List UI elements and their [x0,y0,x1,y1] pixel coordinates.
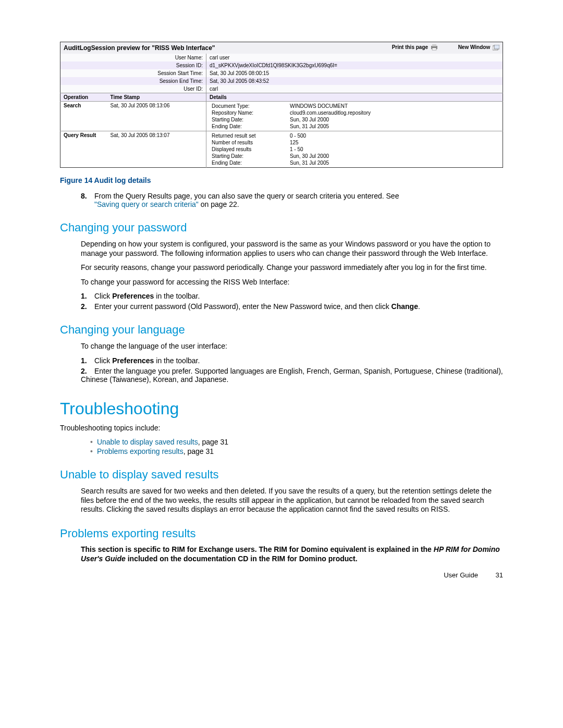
op-value: Query Result [60,131,107,168]
step-8: 8.From the Query Results page, you can a… [81,192,503,208]
svg-rect-4 [494,45,499,49]
step-1: 1.Click Preferences in the toolbar. [81,356,503,365]
meta-label: User Name: [60,54,206,61]
svg-rect-2 [432,48,436,50]
meta-label: Session ID: [60,61,206,69]
svg-rect-1 [432,44,436,46]
figure-caption: Figure 14 Audit log details [60,176,503,184]
meta-value: d1_sKPKXVjwdeXIoICDfd1QI98SKIK3G2bgxU699… [206,61,503,69]
details-sub-table: Returned result set0 - 500 Number of res… [210,132,499,166]
table-row: Query Result Sat, 30 Jul 2005 08:13:07 R… [60,131,503,168]
new-window-icon [493,45,499,51]
page-footer: User Guide 31 [444,571,503,579]
link-problems-exporting[interactable]: Problems exporting results [97,447,183,455]
body-text: To change the language of the user inter… [81,342,503,351]
heading-problems-exporting: Problems exporting results [60,527,503,540]
print-this-page-link[interactable]: Print this page [383,44,439,50]
link-unable-to-display[interactable]: Unable to display saved results [97,438,198,446]
table-row: Search Sat, 30 Jul 2005 08:13:06 Documen… [60,102,503,131]
new-window-link[interactable]: New Window [449,44,499,50]
meta-label: Session Start Time: [60,69,206,77]
meta-value: Sat, 30 Jul 2005 08:00:15 [206,69,503,77]
col-operation: Operation [60,93,107,102]
heading-unable-to-display: Unable to display saved results [60,468,503,482]
meta-label: User ID: [60,85,206,93]
op-value: Search [60,102,107,131]
ts-value: Sat, 30 Jul 2005 08:13:06 [107,102,206,131]
body-text: Troubleshooting topics include: [60,424,503,433]
meta-value: carl [206,85,503,93]
details-sub-table: Document Type:WINDOWS DOCUMENT Repositor… [210,103,499,130]
col-details: Details [206,93,503,102]
heading-changing-password: Changing your password [60,221,503,235]
meta-label: Session End Time: [60,77,206,85]
ts-value: Sat, 30 Jul 2005 08:13:07 [107,131,206,168]
footer-label: User Guide [444,571,478,579]
body-text: To change your password for accessing th… [81,278,503,287]
preview-title: AuditLogSession preview for "RISS Web In… [64,44,215,52]
heading-troubleshooting: Troubleshooting [60,399,503,418]
list-item: •Problems exporting results, page 31 [90,447,503,455]
list-item: •Unable to display saved results, page 3… [90,438,503,446]
heading-changing-language: Changing your language [60,323,503,337]
body-text: Search results are saved for two weeks a… [81,487,503,514]
body-text: For security reasons, change your passwo… [81,263,503,273]
audit-log-screenshot: AuditLogSession preview for "RISS Web In… [60,42,503,168]
saving-query-link[interactable]: "Saving query or search criteria" [94,200,199,208]
meta-value: Sat, 30 Jul 2005 08:43:52 [206,77,503,85]
page-number: 31 [496,571,503,579]
step-2: 2.Enter the language you prefer. Support… [81,367,503,384]
meta-value: carl user [206,54,503,61]
step-2: 2.Enter your current password (Old Passw… [81,302,503,311]
step-1: 1.Click Preferences in the toolbar. [81,292,503,300]
note-text: This section is specific to RIM for Exch… [81,545,503,563]
col-timestamp: Time Stamp [107,93,206,102]
body-text: Depending on how your system is configur… [81,240,503,258]
printer-icon [431,44,438,51]
